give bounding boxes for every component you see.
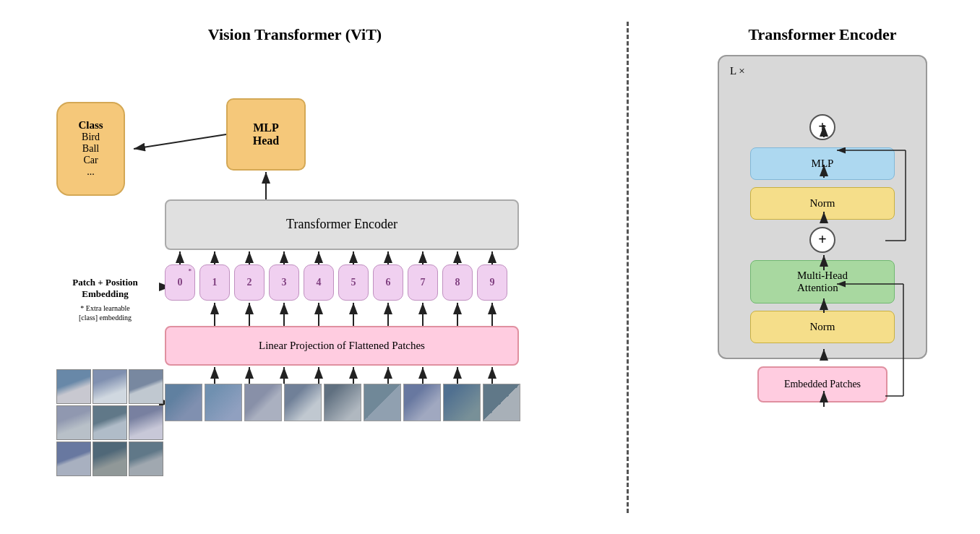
- image-patches-row: [165, 384, 520, 421]
- token-2: 2: [234, 264, 265, 301]
- class-item-bird: Bird: [82, 132, 100, 143]
- linear-proj-box: Linear Projection of Flattened Patches: [165, 326, 519, 366]
- te-norm2-block: Norm: [750, 311, 895, 343]
- token-0-star: *: [189, 267, 192, 275]
- img-patch-1: [205, 384, 242, 421]
- te-mha-label: Multi-HeadAttention: [797, 270, 848, 294]
- transformer-encoder-box: Transformer Encoder: [165, 199, 519, 250]
- patch-pos-label: Patch + PositionEmbedding * Extra learna…: [49, 277, 161, 323]
- te-embedded-box: Embedded Patches: [757, 366, 887, 402]
- token-7: 7: [408, 264, 438, 301]
- patch-pos-main: Patch + PositionEmbedding: [72, 277, 137, 300]
- input-image-grid: [56, 369, 163, 476]
- img-patch-6: [403, 384, 441, 421]
- te-mha-block: Multi-HeadAttention: [750, 260, 895, 303]
- token-8: 8: [442, 264, 473, 301]
- grid-patch-7: [93, 442, 127, 476]
- te-inner: + MLP Norm + Multi-HeadAttention: [741, 85, 904, 343]
- grid-patch-2: [129, 369, 163, 404]
- te-title: Transformer Encoder: [748, 25, 896, 44]
- img-patch-2: [244, 384, 282, 421]
- linear-proj-label: Linear Projection of Flattened Patches: [259, 340, 425, 352]
- main-container: Vision Transformer (ViT): [13, 11, 967, 524]
- vit-content: Class Bird Ball Car ... MLPHead Transfor…: [49, 59, 541, 507]
- token-4: 4: [304, 264, 334, 301]
- grid-patch-6: [56, 442, 91, 476]
- token-9: 9: [477, 264, 507, 301]
- te-bottom-plus: +: [809, 227, 835, 253]
- te-outer-box: L ×: [718, 55, 927, 359]
- class-item-ball: Ball: [82, 143, 99, 155]
- dashed-divider: [627, 22, 629, 513]
- token-0: * 0: [165, 264, 195, 301]
- grid-patch-8: [129, 442, 163, 476]
- grid-patch-4: [93, 405, 127, 440]
- class-output-box: Class Bird Ball Car ...: [56, 102, 125, 196]
- te-section: Transformer Encoder L ×: [700, 25, 945, 402]
- img-patch-4: [324, 384, 361, 421]
- lx-label: L ×: [730, 65, 745, 77]
- img-patch-3: [284, 384, 322, 421]
- svg-line-2: [134, 134, 226, 149]
- img-patch-8: [483, 384, 520, 421]
- mlp-head-label: MLPHead: [253, 121, 279, 147]
- grid-patch-0: [56, 369, 91, 404]
- class-label: Class: [78, 119, 103, 132]
- img-patch-5: [364, 384, 401, 421]
- token-3: 3: [269, 264, 299, 301]
- token-5: 5: [338, 264, 369, 301]
- vit-title: Vision Transformer (ViT): [208, 25, 382, 44]
- mlp-head-box: MLPHead: [226, 98, 306, 171]
- class-item-ellipsis: ...: [87, 166, 95, 178]
- te-mlp-label: MLP: [812, 158, 834, 170]
- grid-patch-5: [129, 405, 163, 440]
- te-norm1-block: Norm: [750, 187, 895, 220]
- te-bottom-plus-sign: +: [818, 231, 826, 248]
- token-6: 6: [373, 264, 403, 301]
- transformer-encoder-label: Transformer Encoder: [286, 217, 397, 232]
- img-patch-0: [165, 384, 202, 421]
- grid-patch-3: [56, 405, 91, 440]
- te-norm1-label: Norm: [810, 197, 835, 210]
- img-patch-7: [443, 384, 481, 421]
- vit-section: Vision Transformer (ViT): [35, 25, 555, 507]
- te-mlp-block: MLP: [750, 147, 895, 180]
- patch-pos-note: * Extra learnable[class] embedding: [49, 303, 161, 322]
- te-top-plus: +: [809, 114, 835, 140]
- te-top-plus-sign: +: [818, 119, 826, 135]
- grid-patch-1: [93, 369, 127, 404]
- te-norm2-label: Norm: [810, 321, 835, 333]
- token-1: 1: [199, 264, 230, 301]
- te-embedded-label: Embedded Patches: [784, 379, 861, 390]
- tokens-row: * 0 1 2 3 4 5 6 7 8 9: [165, 264, 507, 301]
- class-item-car: Car: [83, 155, 98, 166]
